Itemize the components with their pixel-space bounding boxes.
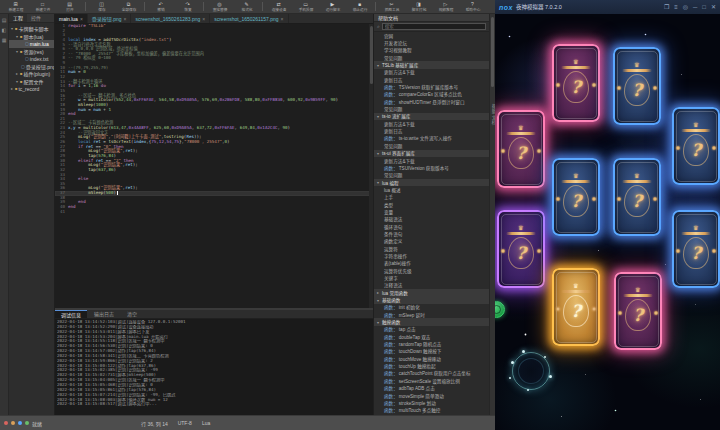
toolbar-button-全部保存[interactable]: ⧉全部保存 (115, 0, 142, 13)
tree-item[interactable]: ▢index.txt (9, 55, 54, 63)
game-card-blue-6[interactable]: ♛? (613, 158, 661, 236)
help-item[interactable]: 函数：TSUIVersion 获取版本号 (374, 164, 489, 171)
help-item[interactable]: 更新日志 (374, 127, 489, 134)
code-editor[interactable]: 1require "TSLib"234local index = addTSOc… (55, 24, 373, 308)
project-tab-工程[interactable]: 工程 (9, 14, 27, 22)
help-item[interactable]: 变量 (374, 208, 489, 215)
help-section[interactable]: ▾ts-io 流扩展库 (374, 113, 489, 120)
editor-tab[interactable]: main.lua× (55, 14, 88, 23)
help-item[interactable]: 函数定义 (374, 238, 489, 245)
help-item[interactable]: 常见问题 (374, 105, 489, 112)
toolbar-button-脚本打包[interactable]: ◨脚本打包 (405, 0, 432, 13)
emulator-titlebar[interactable]: nox 夜神模拟器 7.0.2.0 ❐≡◎─□✕ (495, 0, 720, 14)
close-icon[interactable]: × (281, 16, 284, 22)
toolbar-button-恢复[interactable]: ↷恢复 (174, 0, 201, 13)
log-tab-调试信息[interactable]: 调试信息 (55, 310, 87, 318)
help-item[interactable]: 更新日志 (374, 76, 489, 83)
help-item[interactable]: 更新方法&下载 (374, 157, 489, 164)
toolbar-button-格式化[interactable]: ✎格式化 (233, 0, 260, 13)
tree-item[interactable]: ▢main.lua (9, 40, 54, 48)
help-item[interactable]: 函数：showHUDTimer 悬浮倒计时窗口 (374, 98, 489, 105)
help-section[interactable]: ▸lua 常用函数 (374, 289, 489, 296)
help-item[interactable]: 条件语句 (374, 230, 489, 237)
help-item[interactable]: 运算符 (374, 245, 489, 252)
help-item[interactable]: 上手 (374, 194, 489, 201)
game-card-blue-9[interactable]: ♛? (672, 210, 720, 288)
log-tab-清空[interactable]: 清空 (121, 310, 143, 318)
toolbar-button-撤销[interactable]: ↶撤销 (147, 0, 174, 13)
help-item[interactable]: 循环语句 (374, 223, 489, 230)
help-section[interactable]: ▾触摸函数 (374, 318, 489, 325)
close-icon[interactable]: × (124, 16, 127, 22)
toolbar-button-手机投屏[interactable]: ▭手机投屏 (292, 0, 319, 13)
rail-icon-0[interactable]: ▤ (2, 18, 7, 23)
help-item[interactable]: 函数：init 初始化 (374, 304, 489, 311)
help-item[interactable]: 函数：strokeSimple 划动 (374, 399, 489, 406)
project-tab-控件[interactable]: 控件 (27, 14, 45, 22)
help-item[interactable]: 更新方法&下载 (374, 120, 489, 127)
tree-item[interactable]: ▢登录按钮.png (9, 63, 54, 71)
help-item[interactable]: 函数：doubleTap 双击 (374, 333, 489, 340)
help-item[interactable]: 运算符优先级 (374, 267, 489, 274)
tree-item[interactable]: ▾■卡牌翻卡脚本 (9, 25, 54, 33)
help-item[interactable]: 常见问题 (374, 142, 489, 149)
help-item[interactable]: 函数：setScreenScale 设置缩放比例 (374, 377, 489, 384)
help-scrollbar-thumb[interactable] (491, 17, 494, 87)
tree-item[interactable]: ▸■tc_record (9, 85, 54, 93)
close-icon[interactable]: × (202, 16, 205, 22)
rail-icon-2[interactable]: ▦ (2, 38, 7, 43)
help-item[interactable]: 函数：randomTap 随机点击 (374, 340, 489, 347)
help-item[interactable]: 常见问题 (374, 172, 489, 179)
game-card-blue-3[interactable]: ♛? (552, 158, 600, 236)
help-section[interactable]: ▾TSLib 基础扩展库 (374, 61, 489, 68)
help-item[interactable]: 基础语法 (374, 216, 489, 223)
toolbar-button-抓图工具[interactable]: ✂抓图工具 (378, 0, 405, 13)
help-item[interactable]: 官网 (374, 32, 489, 39)
tree-item[interactable]: ▾■资源(res) (9, 48, 54, 56)
help-item[interactable]: 函数：ts-io.write 文件流写入操作 (374, 135, 489, 142)
game-card-blue-8[interactable]: ♛? (672, 107, 720, 185)
toolbar-button-帮助中心[interactable]: ?帮助中心 (459, 0, 486, 13)
help-search-input[interactable] (382, 23, 486, 30)
help-item[interactable]: 注释语法 (374, 282, 489, 289)
tree-item[interactable]: ▾■配置文件 (9, 78, 54, 86)
help-item[interactable]: 函数：TSVersion 获取扩展库版本号 (374, 83, 489, 90)
help-item[interactable]: 函数：multiTouch 多点触控 (374, 407, 489, 414)
game-card-pink-0[interactable]: ♛? (497, 110, 545, 188)
game-card-pink-7[interactable]: ♛? (614, 272, 662, 350)
record-icon[interactable]: ◎ (683, 0, 688, 14)
tree-item[interactable]: ▾■脚本(lua) (9, 33, 54, 41)
help-item[interactable]: 类型 (374, 201, 489, 208)
game-card-gold-4[interactable]: ♛? (552, 268, 600, 346)
minimize-icon[interactable]: ─ (693, 0, 697, 14)
toolbar-button-保存[interactable]: ◫保存 (88, 0, 115, 13)
rail-icon-1[interactable]: ◧ (2, 28, 7, 33)
toolbar-button-连接设备[interactable]: ⇄连接设备 (265, 0, 292, 13)
help-item[interactable]: 函数：touchUp 触摸抬起 (374, 362, 489, 369)
help-item[interactable]: 函数：catchTouchPoint 获取用户点击坐标 (374, 370, 489, 377)
toolbar-button-运行脚本[interactable]: ▶运行脚本 (319, 0, 346, 13)
close-icon[interactable]: × (80, 16, 83, 22)
help-item[interactable]: 函数：compareColorEx 区域多点比色 (374, 91, 489, 98)
help-item[interactable]: 表(table)操作 (374, 260, 489, 267)
help-item[interactable]: 关键字 (374, 274, 489, 281)
close-icon[interactable]: ✕ (711, 0, 716, 14)
help-item[interactable]: lua 概述 (374, 186, 489, 193)
toolbar-button-视频教程[interactable]: ▷视频教程 (432, 0, 459, 13)
help-item[interactable]: 学习视频教程 (374, 47, 489, 54)
help-item[interactable]: 函数：touchMove 触摸移动 (374, 355, 489, 362)
game-card-purple-1[interactable]: ♛? (497, 210, 545, 288)
game-card-blue-5[interactable]: ♛? (613, 47, 661, 125)
game-card-pink-2[interactable]: ♛? (552, 44, 600, 122)
help-item[interactable]: 开发者论坛 (374, 39, 489, 46)
log-tab-输出日志[interactable]: 输出日志 (88, 310, 120, 318)
tree-item[interactable]: ▸■插件(plugin) (9, 70, 54, 78)
help-item[interactable]: 函数：tap 点击 (374, 326, 489, 333)
toolbar-button-新建工程[interactable]: ⊞新建工程 (2, 0, 29, 13)
help-section[interactable]: ▾基础函数 (374, 296, 489, 303)
toolbar-button-查找替换[interactable]: ◎查找替换 (206, 0, 233, 13)
menu-icon[interactable]: ≡ (674, 0, 678, 14)
maximize-icon[interactable]: □ (702, 0, 706, 14)
help-item[interactable]: 函数：mSleep 延时 (374, 311, 489, 318)
help-item[interactable]: 更新方法&下载 (374, 69, 489, 76)
